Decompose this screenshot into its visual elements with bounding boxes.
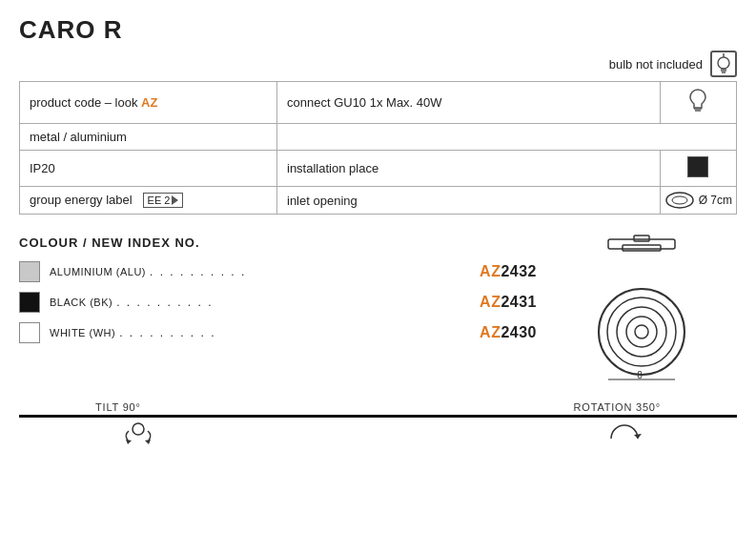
colour-section: COLOUR / NEW INDEX NO. ALUMINIUM (ALU) .…: [19, 232, 537, 384]
tilt-rot-bar: [19, 415, 737, 418]
colour-name-alu: ALUMINIUM (ALU): [50, 266, 146, 277]
svg-marker-21: [145, 440, 151, 444]
rotation-icon: [607, 421, 642, 450]
bulb-icon: [710, 51, 737, 77]
inlet-cell: inlet opening: [277, 187, 661, 215]
num-alu: 2432: [501, 263, 537, 279]
material-cell: metal / aluminium: [20, 124, 277, 151]
svg-point-14: [617, 307, 666, 357]
colour-code-alu: AZ2432: [480, 263, 537, 280]
energy-arrow-icon: [172, 195, 178, 205]
colour-code-black: AZ2431: [480, 294, 537, 311]
svg-point-12: [599, 289, 684, 375]
tilt-label: TILT 90°: [95, 401, 141, 413]
empty-cell-2: [277, 124, 737, 151]
install-label: installation place: [287, 161, 378, 175]
energy-label-cell: group energy label EE 2: [20, 187, 277, 215]
bulb-row: bulb not included: [19, 51, 737, 77]
tilt-rot-labels: TILT 90° ROTATION 350°: [19, 401, 737, 413]
bulb-label: bulb not included: [609, 57, 703, 72]
page-title: CARO R: [19, 15, 737, 45]
ip-label: IP20: [30, 161, 55, 175]
svg-point-13: [607, 297, 676, 366]
az-white: AZ: [480, 324, 501, 340]
svg-point-19: [133, 423, 144, 435]
swatch-white: [19, 322, 40, 343]
colour-list: ALUMINIUM (ALU) . . . . . . . . . . AZ24…: [19, 261, 537, 343]
install-icon-cell: [660, 151, 736, 187]
num-white: 2430: [501, 324, 537, 340]
ip-cell: IP20: [20, 151, 277, 187]
num-black: 2431: [501, 294, 537, 310]
svg-rect-11: [634, 236, 649, 241]
svg-point-16: [635, 325, 648, 338]
az-black: AZ: [480, 294, 501, 310]
product-code-az: AZ: [141, 95, 157, 110]
table-row-1: product code – look AZ connect GU10 1x M…: [20, 82, 737, 124]
product-code-cell: product code – look AZ: [20, 82, 277, 124]
svg-text:8: 8: [637, 370, 643, 380]
energy-label-text: group energy label: [30, 193, 133, 207]
bottom-section: COLOUR / NEW INDEX NO. ALUMINIUM (ALU) .…: [19, 232, 737, 384]
svg-marker-22: [634, 434, 642, 439]
product-code-label: product code – look: [30, 95, 137, 110]
list-item: WHITE (WH) . . . . . . . . . . AZ2430: [19, 322, 537, 343]
product-diagram: 8: [556, 232, 727, 384]
colour-section-title: COLOUR / NEW INDEX NO.: [19, 236, 537, 250]
bulb-type-icon-cell: [660, 82, 736, 124]
colour-dots-white: . . . . . . . . . .: [119, 326, 472, 339]
svg-rect-10: [623, 245, 661, 251]
colour-code-white: AZ2430: [480, 324, 537, 341]
svg-marker-20: [126, 440, 132, 444]
inlet-icon-cell: Ø 7cm: [660, 187, 736, 215]
page-container: CARO R bulb not included product code – …: [19, 15, 737, 450]
swatch-alu: [19, 261, 40, 282]
energy-value: EE 2: [148, 195, 171, 206]
rotation-label: ROTATION 350°: [574, 401, 661, 413]
table-row-4: group energy label EE 2 inlet opening Ø …: [20, 187, 737, 215]
svg-point-15: [626, 317, 657, 347]
energy-badge: EE 2: [143, 193, 184, 208]
table-row-3: IP20 installation place: [20, 151, 737, 187]
svg-point-8: [672, 196, 687, 204]
diagram-area: 8: [546, 232, 737, 384]
table-row-2: metal / aluminium: [20, 124, 737, 151]
colour-dots-alu: . . . . . . . . . .: [150, 265, 472, 278]
az-alu: AZ: [480, 263, 501, 279]
list-item: ALUMINIUM (ALU) . . . . . . . . . . AZ24…: [19, 261, 537, 282]
connect-label: connect GU10 1x Max. 40W: [287, 95, 442, 110]
list-item: BLACK (BK) . . . . . . . . . . AZ2431: [19, 292, 537, 313]
material-label: metal / aluminium: [30, 130, 127, 144]
swatch-black: [19, 292, 40, 313]
tilt-icon: [114, 421, 162, 450]
ceiling-icon: [687, 156, 708, 177]
svg-point-7: [666, 193, 693, 208]
install-cell: installation place: [277, 151, 661, 187]
inlet-icon: Ø 7cm: [664, 191, 732, 210]
colour-dots-black: . . . . . . . . . .: [116, 296, 472, 309]
colour-name-white: WHITE (WH): [50, 327, 115, 338]
svg-point-1: [718, 57, 729, 69]
connect-cell: connect GU10 1x Max. 40W: [277, 82, 661, 124]
colour-name-black: BLACK (BK): [50, 297, 112, 308]
tilt-rotation-section: TILT 90° ROTATION 350°: [19, 401, 737, 450]
tilt-rot-icons: [19, 421, 737, 450]
inlet-label: inlet opening: [287, 194, 358, 208]
spec-table: product code – look AZ connect GU10 1x M…: [19, 81, 737, 215]
diameter-label: Ø 7cm: [699, 194, 732, 207]
